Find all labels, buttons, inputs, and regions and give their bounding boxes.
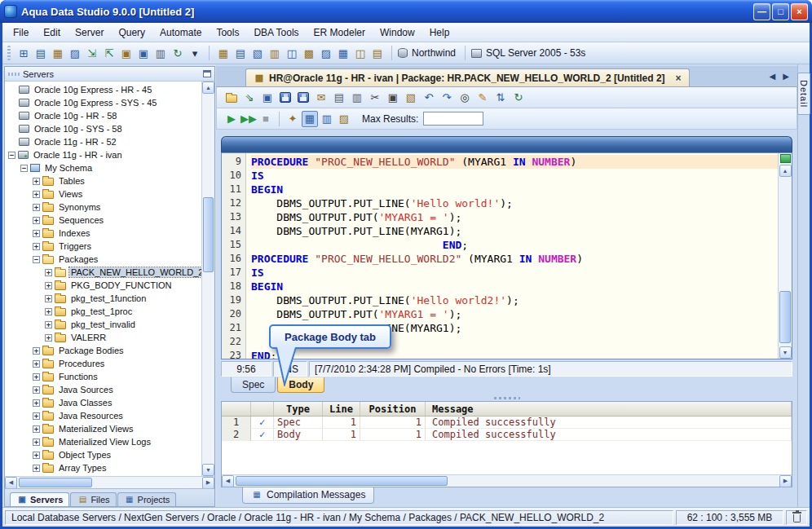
print-icon[interactable]: ▤: [331, 90, 347, 106]
scroll-thumb[interactable]: [236, 476, 448, 486]
trash-icon[interactable]: [793, 514, 801, 522]
tree-item[interactable]: +VALERR: [5, 331, 201, 344]
tree-item[interactable]: +Java Classes: [5, 396, 201, 409]
title-bar[interactable]: Aqua Data Studio 9.0.0 [Untitled 2] — □ …: [0, 0, 812, 23]
tree-item[interactable]: +PKG_BODY_FUNCTION: [5, 279, 201, 292]
scroll-track[interactable]: [17, 477, 202, 488]
register-server-icon[interactable]: ⊞: [15, 45, 32, 61]
tree-expander-icon[interactable]: −: [33, 256, 40, 263]
window-rows-icon[interactable]: ▩: [301, 45, 317, 61]
tree-item[interactable]: +PACK_NEW_HELLO_WORLD_2: [5, 266, 201, 279]
scroll-thumb[interactable]: [19, 478, 92, 487]
tree-item[interactable]: +pkg_test_invalid: [5, 318, 201, 331]
tree-expander-icon[interactable]: +: [33, 360, 40, 368]
tree-expander-icon[interactable]: +: [45, 308, 52, 315]
stop-icon[interactable]: ■: [258, 111, 274, 127]
tab-scroll-right-icon[interactable]: ▶: [783, 72, 789, 81]
open-session-icon[interactable]: ▣: [118, 45, 135, 61]
scroll-track[interactable]: [779, 177, 792, 346]
tree-expander-icon[interactable]: +: [33, 204, 40, 211]
tree-item[interactable]: +Views: [5, 187, 201, 201]
server-label[interactable]: SQL Server 2005 - 53s: [486, 47, 585, 59]
print-preview-icon[interactable]: ▥: [349, 90, 365, 106]
window-freeze-icon[interactable]: ▦: [335, 45, 351, 61]
compilation-messages-tab[interactable]: ▦ Compilation Messages: [242, 487, 374, 504]
menu-item-file[interactable]: File: [6, 24, 36, 41]
scroll-left-icon[interactable]: ◀: [5, 477, 17, 489]
tree-item[interactable]: +Package Bodies: [5, 344, 201, 357]
server-properties-icon[interactable]: ▤: [33, 45, 49, 61]
sidebar-tab-servers[interactable]: ▣Servers: [10, 492, 69, 506]
tree-expander-icon[interactable]: +: [33, 412, 40, 420]
tree-expander-icon[interactable]: +: [33, 465, 40, 472]
scroll-right-icon[interactable]: ▶: [202, 477, 214, 489]
tree-expander-icon[interactable]: +: [33, 217, 40, 224]
tree-expander-icon[interactable]: +: [45, 295, 52, 302]
tab-scroll-left-icon[interactable]: ◀: [770, 72, 776, 81]
scroll-down-icon[interactable]: ▼: [779, 346, 792, 359]
panel-grip[interactable]: [8, 73, 20, 76]
tree-expander-icon[interactable]: −: [8, 152, 15, 159]
detail-tab[interactable]: Detail: [797, 73, 810, 115]
scroll-track[interactable]: [202, 94, 214, 464]
tree-horizontal-scrollbar[interactable]: ◀ ▶: [5, 476, 214, 488]
tree-item[interactable]: +Functions: [5, 370, 201, 383]
query-analyzer-icon[interactable]: ▨: [67, 45, 83, 61]
message-row[interactable]: 2✓Body11Compiled successfully: [222, 429, 792, 441]
scroll-up-icon[interactable]: ▲: [202, 82, 214, 94]
refresh-icon[interactable]: ↻: [510, 90, 527, 106]
tree-expander-icon[interactable]: +: [33, 178, 40, 185]
open-folder-icon[interactable]: [223, 90, 240, 106]
tree-expander-icon[interactable]: +: [33, 191, 40, 198]
close-button[interactable]: ×: [791, 3, 808, 20]
menu-item-automate[interactable]: Automate: [152, 24, 209, 41]
scroll-left-icon[interactable]: ◀: [222, 475, 234, 487]
grid-results-icon[interactable]: ▦: [302, 111, 318, 127]
tree-item[interactable]: +Object Types: [5, 448, 201, 461]
tab-spec[interactable]: Spec: [231, 377, 276, 393]
export-tool-icon[interactable]: ⇱: [101, 45, 117, 61]
history-icon[interactable]: ↻: [170, 45, 186, 61]
panel-splitter[interactable]: [219, 395, 794, 401]
cut-icon[interactable]: ✂: [367, 90, 383, 106]
find-icon[interactable]: ◎: [457, 90, 473, 106]
scroll-down-icon[interactable]: ▼: [202, 464, 214, 476]
print-session-icon[interactable]: ▥: [152, 45, 169, 61]
tree-expander-icon[interactable]: +: [33, 373, 40, 381]
tree-expander-icon[interactable]: +: [45, 334, 52, 342]
tree-item[interactable]: +pkg_test_1function: [5, 292, 201, 305]
tab-close-icon[interactable]: ×: [676, 73, 682, 84]
tree-item[interactable]: +Materialized Views: [5, 422, 201, 435]
tree-expander-icon[interactable]: +: [33, 243, 40, 250]
tree-item[interactable]: −My Schema: [5, 161, 201, 174]
toolbar-grip[interactable]: [7, 46, 11, 60]
tree-item[interactable]: +pkg_test_1proc: [5, 305, 201, 318]
tree-item[interactable]: +Java Resources: [5, 409, 201, 422]
scroll-right-icon[interactable]: ▶: [779, 475, 792, 487]
maximize-button[interactable]: □: [772, 3, 789, 20]
menu-item-edit[interactable]: Edit: [36, 24, 68, 41]
float-panel-icon[interactable]: [203, 70, 211, 77]
tree-expander-icon[interactable]: +: [45, 321, 52, 328]
window-columns-icon[interactable]: ▨: [318, 45, 334, 61]
tree-item[interactable]: −Oracle 11g - HR - ivan: [5, 148, 201, 161]
tree-item[interactable]: −Packages: [5, 253, 201, 266]
copy-icon[interactable]: ▣: [385, 90, 401, 106]
tree-item[interactable]: +Procedures: [5, 357, 201, 370]
tree-item[interactable]: +Sequences: [5, 214, 201, 227]
file-results-icon[interactable]: ▨: [336, 111, 352, 127]
window-form-icon[interactable]: ▤: [232, 45, 249, 61]
minimize-button[interactable]: —: [753, 3, 770, 20]
tree-item[interactable]: +Array Types: [5, 461, 201, 474]
tree-item[interactable]: Oracle 10g - HR - 58: [5, 109, 201, 122]
import-file-icon[interactable]: ⇘: [241, 90, 258, 106]
tree-item[interactable]: +Triggers: [5, 240, 201, 253]
tree-expander-icon[interactable]: +: [45, 282, 52, 289]
email-icon[interactable]: ✉: [313, 90, 329, 106]
save-icon[interactable]: [277, 90, 293, 106]
editor-vertical-scrollbar[interactable]: ▲ ▼: [778, 153, 792, 359]
save-all-icon[interactable]: [295, 90, 311, 106]
tree-item[interactable]: +Synonyms: [5, 201, 201, 214]
history-dropdown-icon[interactable]: ▾: [187, 45, 203, 61]
schema-browser-icon[interactable]: ▦: [50, 45, 66, 61]
